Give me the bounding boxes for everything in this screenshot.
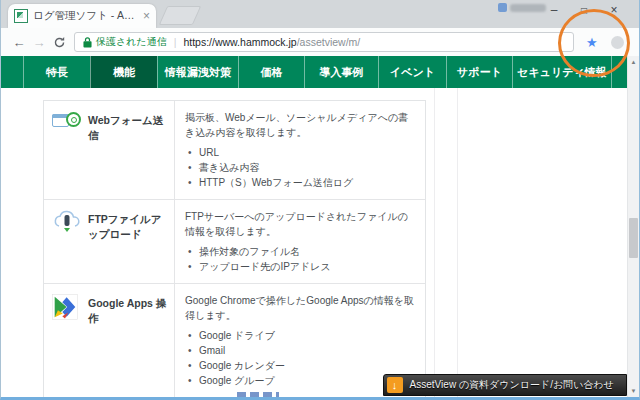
feature-bullet: URL [185,145,415,160]
scroll-down-icon[interactable]: ▼ [628,385,639,397]
nav-spacer [1,56,23,88]
feature-bullet: Google カレンダー [185,358,415,373]
ftp-upload-icon [52,210,82,234]
minimize-button[interactable]: – [539,1,569,20]
maximize-button[interactable]: □ [569,1,599,20]
tab-close-icon[interactable]: × [143,10,150,22]
forward-button: → [29,36,49,49]
scrollbar-thumb[interactable] [629,218,638,258]
nav-item-dounyuujirei[interactable]: 導入事例 [304,56,378,88]
reload-icon [53,36,66,49]
feature-bullet: Google グループ [185,373,415,388]
table-row-googleapps: Google Apps 操作 Google Chromeで操作したGoogle … [44,284,425,397]
new-tab-button[interactable] [159,6,201,25]
feature-bullet: アップロード先のIPアドレス [185,259,415,274]
nav-item-kinou[interactable]: 機能 [90,56,157,88]
address-bar[interactable]: 保護された通信 | https://www.hammock.jp /assetv… [74,32,574,52]
nav-item-jouhourouei[interactable]: 情報漏洩対策 [157,56,238,88]
url-host[interactable]: https://www.hammock.jp [183,36,296,48]
omnibox-separator: | [174,36,177,48]
feature-bullet: HTTP（S）Webフォーム送信ログ [185,175,415,190]
browser-window: ログ管理ソフト - AssetView × – □ × ← → 保護された通信 [0,0,640,400]
browser-viewport: 特長 機能 情報漏洩対策 価格 導入事例 イベント サポート セキュリティ情報 [1,56,639,397]
feature-bullet: Gmail [185,343,415,358]
table-row-ftp: FTPファイルアップロード FTPサーバーへのアップロードされたファイルの情報を… [44,200,425,284]
banner-label: AssetView の資料ダウンロード/お問い合わせ [410,378,614,392]
extension-icon[interactable] [611,36,624,49]
web-page: 特長 機能 情報漏洩対策 価格 導入事例 イベント サポート セキュリティ情報 [1,56,627,397]
feature-table: Webフォーム送信 掲示板、Webメール、ソーシャルメディアへの書き込み内容を取… [43,100,426,397]
desktop-overlay-artifact-icon [498,3,507,12]
feature-title: Webフォーム送信 [88,111,168,142]
nav-item-event[interactable]: イベント [378,56,446,88]
feature-description: Google Chromeで操作したGoogle Appsの情報を取得します。 [185,293,415,323]
site-nav: 特長 機能 情報漏洩対策 価格 導入事例 イベント サポート セキュリティ情報 [1,56,627,88]
nav-item-kakaku[interactable]: 価格 [238,56,304,88]
assetview-favicon-icon [14,9,28,23]
feature-bullet: Google ドライブ [185,328,415,343]
feature-title: FTPファイルアップロード [88,210,168,241]
tab-strip: ログ管理ソフト - AssetView × – □ × [1,0,639,28]
feature-description: 掲示板、Webメール、ソーシャルメディアへの書き込み内容を取得します。 [185,110,415,140]
secure-lock-icon[interactable] [83,37,92,48]
secure-connection-label[interactable]: 保護された通信 [96,35,167,49]
scroll-up-icon[interactable]: ▲ [628,56,639,68]
download-arrow-icon: ↓ [387,377,403,393]
menu-dots-icon[interactable]: ⋮ [637,35,640,49]
partial-link-artifact[interactable] [237,392,279,397]
close-button[interactable]: × [599,1,629,20]
tab-title: ログ管理ソフト - AssetView [33,9,139,23]
nav-item-tokucho[interactable]: 特長 [23,56,90,88]
feature-title: Google Apps 操作 [88,294,168,325]
page-scrollbar[interactable]: ▲ ▼ [627,56,639,397]
window-controls: – □ × [539,1,629,20]
web-form-icon [52,111,82,135]
feature-bullet: 書き込み内容 [185,160,415,175]
download-contact-banner[interactable]: ↓ AssetView の資料ダウンロード/お問い合わせ [383,374,627,396]
google-apps-icon [52,294,82,318]
feature-description: FTPサーバーへのアップロードされたファイルの情報を取得します。 [185,209,415,239]
layout-divider [457,88,458,397]
layout-divider [434,88,435,397]
nav-item-security[interactable]: セキュリティ情報 [512,56,611,88]
nav-filler [611,56,627,88]
feature-bullet: 操作対象のファイル名 [185,244,415,259]
nav-item-support[interactable]: サポート [446,56,512,88]
back-button[interactable]: ← [9,36,29,49]
browser-tab[interactable]: ログ管理ソフト - AssetView × [8,4,156,28]
url-path[interactable]: /assetview/m/ [297,36,361,48]
browser-toolbar: ← → 保護された通信 | https://www.hammock.jp /as… [1,28,639,56]
reload-button[interactable] [49,36,69,49]
bookmark-star-icon[interactable]: ★ [586,35,598,50]
table-row-webform: Webフォーム送信 掲示板、Webメール、ソーシャルメディアへの書き込み内容を取… [44,101,425,200]
